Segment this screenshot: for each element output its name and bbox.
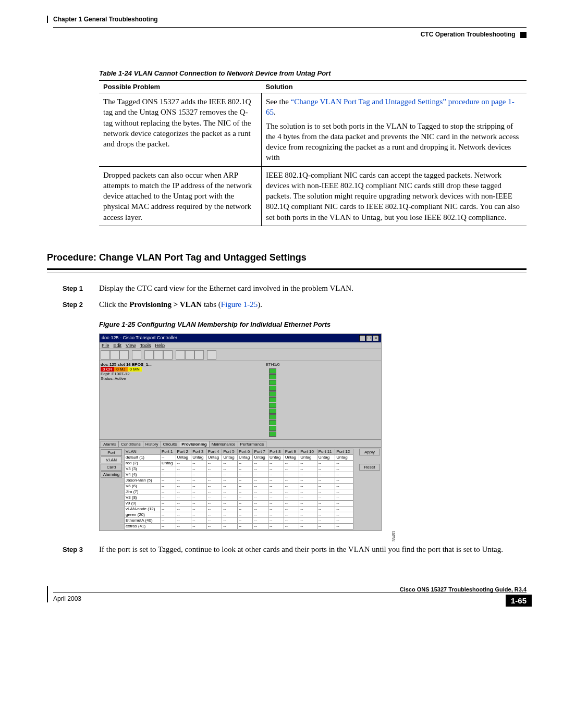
page-header: Chapter 1 General Troubleshooting [47,16,527,23]
row1-solution: See the “Change VLAN Port Tag and Untagg… [262,93,527,167]
table-124: Possible Problem Solution The Tagged ONS… [99,80,527,226]
main-tabs[interactable]: AlarmsConditionsHistoryCircuitsProvision… [100,439,381,447]
figure-id: 55483 [391,531,396,541]
figure-caption: Figure 1-25 Configuring VLAN Membership … [99,320,527,328]
step1-label: Step 1 [63,283,99,294]
apply-button[interactable]: Apply [359,449,380,455]
step2-label: Step 2 [63,299,99,310]
footer-date: April 2003 [53,595,81,602]
reset-button[interactable]: Reset [359,464,380,471]
step3-text: If the port is set to Tagged, continue t… [99,544,503,555]
page-number: 1-65 [506,595,532,607]
col-header-problem: Possible Problem [99,81,262,93]
header-square-icon [520,32,527,38]
node-info-panel: doc-125 slot 16 EPOS_1... 0 CR0 MJ0 MN E… [100,361,164,439]
vlan-grid[interactable]: VLANPort 1Port 2Port 3Port 4Port 5Port 6… [124,449,353,529]
menubar[interactable]: FileEditViewToolsHelp [100,342,381,349]
window-buttons[interactable]: _□× [359,335,379,341]
chapter-label: Chapter 1 General Troubleshooting [53,16,158,23]
row2-problem: Dropped packets can also occur when ARP … [99,166,262,226]
step3-label: Step 3 [63,544,99,555]
link-figure-125[interactable]: Figure 1-25 [221,300,258,309]
footer-guide: Cisco ONS 15327 Troubleshooting Guide, R… [53,586,527,593]
procedure-heading: Procedure: Change VLAN Port Tag and Unta… [47,252,527,263]
window-title: doc-125 - Cisco Transport Controller [102,335,177,341]
screenshot-ctc: doc-125 - Cisco Transport Controller _□×… [99,334,382,531]
page-footer: Cisco ONS 15327 Troubleshooting Guide, R… [47,586,527,602]
row2-solution: IEEE 802.1Q-compliant NIC cards can acce… [262,166,527,226]
table-caption: Table 1-24 VLAN Cannot Connection to Net… [99,69,527,77]
window-titlebar: doc-125 - Cisco Transport Controller _□× [100,334,381,342]
step2-text: Click the Provisioning > VLAN tabs (Figu… [99,299,262,310]
header-rule [53,27,527,28]
card-graphic: ETH1/0 [164,361,381,439]
link-change-vlan[interactable]: “Change VLAN Port Tag and Untagged Setti… [266,97,515,116]
toolbar[interactable] [100,349,381,361]
side-tabs[interactable]: Port VLAN Card Alarming [100,448,123,530]
section-label: CTC Operation Troubleshooting [421,31,516,38]
col-header-solution: Solution [262,81,527,93]
row1-problem: The Tagged ONS 15327 adds the IEEE 802.1… [99,93,262,167]
step1-text: Display the CTC card view for the Ethern… [99,283,353,294]
procedure-rule [47,268,527,273]
